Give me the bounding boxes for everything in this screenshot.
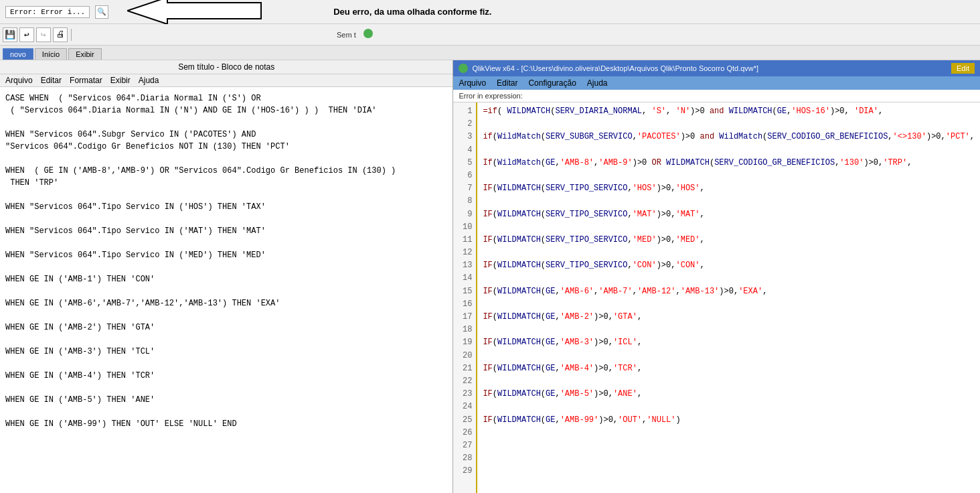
tab-exibir[interactable]: Exibir <box>68 48 102 60</box>
qv-code-area[interactable]: 12345 678910 1112131415 1617181920 21222… <box>453 102 980 493</box>
menu-exibir[interactable]: Exibir <box>110 76 131 85</box>
notepad-content[interactable]: CASE WHEN ( "Servicos 064".Diaria Normal… <box>0 87 453 493</box>
qv-menu-ajuda[interactable]: Ajuda <box>587 78 608 88</box>
arrow-icon <box>127 0 274 24</box>
green-dot <box>363 29 373 41</box>
save-button[interactable]: 💾 <box>3 27 17 42</box>
code-content[interactable]: =if( WILDMATCH(SERV_DIARIA_NORMAL, 'S', … <box>477 102 980 493</box>
qv-menu-editar[interactable]: Editar <box>497 78 517 88</box>
toolbar-divider <box>71 29 72 41</box>
notepad-panel: Sem título - Bloco de notas Arquivo Edit… <box>0 60 453 493</box>
tab-inicio[interactable]: Início <box>35 48 67 60</box>
menu-arquivo[interactable]: Arquivo <box>5 76 33 85</box>
error-badge: Error: Error i... <box>5 6 90 18</box>
svg-marker-1 <box>127 0 261 24</box>
qv-title: QlikView x64 - [C:\Users\divino.oliveira… <box>472 64 758 72</box>
tab-novo[interactable]: novo <box>3 48 33 60</box>
qv-edit-badge: Edit <box>951 63 975 74</box>
sem-titulo-indicator: Sem t <box>337 31 356 39</box>
qv-menu-configuracao[interactable]: Configuração <box>528 78 576 88</box>
undo-button[interactable]: ↩ <box>19 27 34 42</box>
arrow-container <box>127 0 274 27</box>
qlikview-panel: QlikView x64 - [C:\Users\divino.oliveira… <box>453 60 980 493</box>
top-bar: Error: Error i... 🔍 Deu erro, da uma olh… <box>0 0 980 24</box>
qv-menu-arquivo[interactable]: Arquivo <box>459 78 486 88</box>
notepad-menubar: Arquivo Editar Formatar Exibir Ajuda <box>0 74 453 87</box>
qv-error-label: Error in expression: <box>453 90 980 102</box>
menu-formatar[interactable]: Formatar <box>70 76 102 85</box>
notepad-title: Sem título - Bloco de notas <box>0 60 453 74</box>
error-text: Error: Error i... <box>10 8 85 16</box>
message-text: Deu erro, da uma olhada conforme fiz. <box>333 7 491 17</box>
line-numbers: 12345 678910 1112131415 1617181920 21222… <box>453 102 477 493</box>
search-button[interactable]: 🔍 <box>95 5 108 19</box>
qv-menubar: Arquivo Editar Configuração Ajuda <box>453 76 980 90</box>
menu-ajuda[interactable]: Ajuda <box>139 76 159 85</box>
menu-editar[interactable]: Editar <box>41 76 62 85</box>
print-button[interactable]: 🖨 <box>53 27 68 42</box>
redo-button[interactable]: ↪ <box>36 27 51 42</box>
qv-titlebar: QlikView x64 - [C:\Users\divino.oliveira… <box>453 60 980 76</box>
qv-status-icon <box>459 64 468 73</box>
